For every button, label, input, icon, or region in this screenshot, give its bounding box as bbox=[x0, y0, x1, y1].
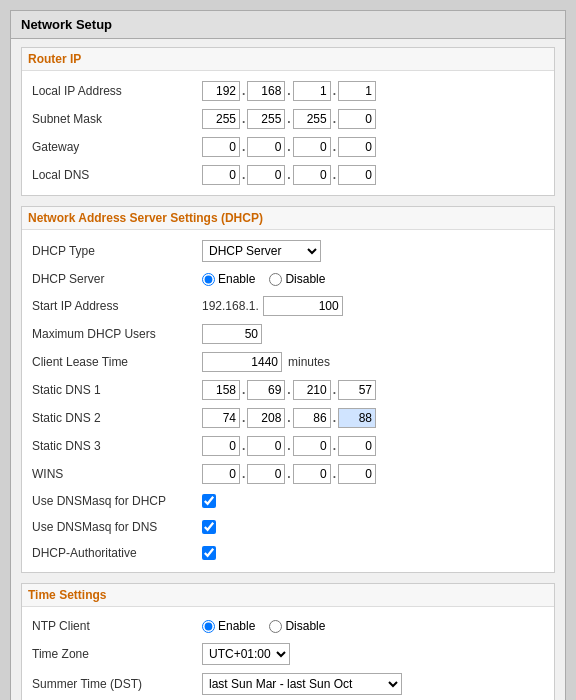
row-static-dns1: Static DNS 1 . . . bbox=[32, 376, 544, 404]
row-dnsmasq-dns: Use DNSMasq for DNS bbox=[32, 514, 544, 540]
local-ip-3[interactable] bbox=[293, 81, 331, 101]
gateway-3[interactable] bbox=[293, 137, 331, 157]
value-dst: last Sun Mar - last Sun Oct Disabled bbox=[202, 673, 402, 695]
value-dhcp-server: Enable Disable bbox=[202, 272, 325, 286]
radio-dhcp-enable[interactable] bbox=[202, 273, 215, 286]
row-dhcp-type: DHCP Type DHCP Server DHCP Forwarder Dis… bbox=[32, 236, 544, 266]
gateway-4[interactable] bbox=[338, 137, 376, 157]
dns1-2[interactable] bbox=[247, 380, 285, 400]
label-timezone: Time Zone bbox=[32, 647, 202, 661]
minutes-label: minutes bbox=[288, 355, 330, 369]
label-max-users: Maximum DHCP Users bbox=[32, 327, 202, 341]
radio-dhcp-disable[interactable] bbox=[269, 273, 282, 286]
dns3-1[interactable] bbox=[202, 436, 240, 456]
row-local-dns: Local DNS . . . bbox=[32, 161, 544, 189]
dns1-3[interactable] bbox=[293, 380, 331, 400]
section-time: Time Settings NTP Client Enable Disable bbox=[21, 583, 555, 700]
value-dnsmasq-dhcp bbox=[202, 494, 216, 508]
label-static-dns3: Static DNS 3 bbox=[32, 439, 202, 453]
section-router-ip-body: Local IP Address . . . Subnet Mask bbox=[22, 71, 554, 195]
label-dhcp-authoritative: DHCP-Authoritative bbox=[32, 546, 202, 560]
dot2: . bbox=[287, 84, 290, 98]
row-gateway: Gateway . . . bbox=[32, 133, 544, 161]
label-lease-time: Client Lease Time bbox=[32, 355, 202, 369]
dst-select[interactable]: last Sun Mar - last Sun Oct Disabled bbox=[202, 673, 402, 695]
label-static-dns2: Static DNS 2 bbox=[32, 411, 202, 425]
timezone-select[interactable]: UTC+01:00 UTC UTC+02:00 UTC-05:00 bbox=[202, 643, 290, 665]
value-subnet-mask: . . . bbox=[202, 109, 376, 129]
gateway-1[interactable] bbox=[202, 137, 240, 157]
section-time-title: Time Settings bbox=[22, 584, 554, 607]
value-local-dns: . . . bbox=[202, 165, 376, 185]
value-dhcp-authoritative bbox=[202, 546, 216, 560]
row-subnet-mask: Subnet Mask . . . bbox=[32, 105, 544, 133]
dhcp-type-select[interactable]: DHCP Server DHCP Forwarder Disabled bbox=[202, 240, 321, 262]
row-dnsmasq-dhcp: Use DNSMasq for DHCP bbox=[32, 488, 544, 514]
dns3-4[interactable] bbox=[338, 436, 376, 456]
row-static-dns3: Static DNS 3 . . . bbox=[32, 432, 544, 460]
value-local-ip: . . . bbox=[202, 81, 376, 101]
page-content: Router IP Local IP Address . . . S bbox=[11, 39, 565, 700]
local-dns-2[interactable] bbox=[247, 165, 285, 185]
dns2-1[interactable] bbox=[202, 408, 240, 428]
dns2-3[interactable] bbox=[293, 408, 331, 428]
label-dhcp-server: DHCP Server bbox=[32, 272, 202, 286]
radio-ntp-disable[interactable] bbox=[269, 620, 282, 633]
wins-2[interactable] bbox=[247, 464, 285, 484]
label-start-ip: Start IP Address bbox=[32, 299, 202, 313]
section-time-body: NTP Client Enable Disable Time Zone bbox=[22, 607, 554, 700]
section-router-ip: Router IP Local IP Address . . . S bbox=[21, 47, 555, 196]
radio-dhcp-disable-label[interactable]: Disable bbox=[269, 272, 325, 286]
dnsmasq-dhcp-checkbox[interactable] bbox=[202, 494, 216, 508]
local-ip-2[interactable] bbox=[247, 81, 285, 101]
subnet-4[interactable] bbox=[338, 109, 376, 129]
section-router-ip-title: Router IP bbox=[22, 48, 554, 71]
dns2-4[interactable] bbox=[338, 408, 376, 428]
subnet-3[interactable] bbox=[293, 109, 331, 129]
value-static-dns1: . . . bbox=[202, 380, 376, 400]
label-dnsmasq-dhcp: Use DNSMasq for DHCP bbox=[32, 494, 202, 508]
row-start-ip: Start IP Address 192.168.1. bbox=[32, 292, 544, 320]
subnet-2[interactable] bbox=[247, 109, 285, 129]
radio-ntp-enable-label[interactable]: Enable bbox=[202, 619, 255, 633]
dns3-3[interactable] bbox=[293, 436, 331, 456]
wins-4[interactable] bbox=[338, 464, 376, 484]
dns3-2[interactable] bbox=[247, 436, 285, 456]
row-dst: Summer Time (DST) last Sun Mar - last Su… bbox=[32, 669, 544, 699]
value-dhcp-type: DHCP Server DHCP Forwarder Disabled bbox=[202, 240, 321, 262]
max-users-input[interactable] bbox=[202, 324, 262, 344]
label-local-dns: Local DNS bbox=[32, 168, 202, 182]
value-max-users bbox=[202, 324, 262, 344]
page-title: Network Setup bbox=[11, 11, 565, 39]
gateway-2[interactable] bbox=[247, 137, 285, 157]
subnet-1[interactable] bbox=[202, 109, 240, 129]
page-wrapper: Network Setup Router IP Local IP Address… bbox=[10, 10, 566, 700]
local-ip-1[interactable] bbox=[202, 81, 240, 101]
label-local-ip: Local IP Address bbox=[32, 84, 202, 98]
local-dns-4[interactable] bbox=[338, 165, 376, 185]
section-dhcp-body: DHCP Type DHCP Server DHCP Forwarder Dis… bbox=[22, 230, 554, 572]
value-static-dns2: . . . bbox=[202, 408, 376, 428]
section-dhcp-title: Network Address Server Settings (DHCP) bbox=[22, 207, 554, 230]
value-dnsmasq-dns bbox=[202, 520, 216, 534]
radio-dhcp-enable-label[interactable]: Enable bbox=[202, 272, 255, 286]
radio-ntp-disable-label[interactable]: Disable bbox=[269, 619, 325, 633]
dns1-1[interactable] bbox=[202, 380, 240, 400]
radio-ntp-enable[interactable] bbox=[202, 620, 215, 633]
local-ip-4[interactable] bbox=[338, 81, 376, 101]
row-dhcp-server: DHCP Server Enable Disable bbox=[32, 266, 544, 292]
wins-1[interactable] bbox=[202, 464, 240, 484]
value-wins: . . . bbox=[202, 464, 376, 484]
dns2-2[interactable] bbox=[247, 408, 285, 428]
local-dns-3[interactable] bbox=[293, 165, 331, 185]
dot3: . bbox=[333, 84, 336, 98]
wins-3[interactable] bbox=[293, 464, 331, 484]
start-ip-last[interactable] bbox=[263, 296, 343, 316]
dot1: . bbox=[242, 84, 245, 98]
dnsmasq-dns-checkbox[interactable] bbox=[202, 520, 216, 534]
lease-time-input[interactable] bbox=[202, 352, 282, 372]
local-dns-1[interactable] bbox=[202, 165, 240, 185]
dns1-4[interactable] bbox=[338, 380, 376, 400]
dhcp-authoritative-checkbox[interactable] bbox=[202, 546, 216, 560]
label-subnet-mask: Subnet Mask bbox=[32, 112, 202, 126]
